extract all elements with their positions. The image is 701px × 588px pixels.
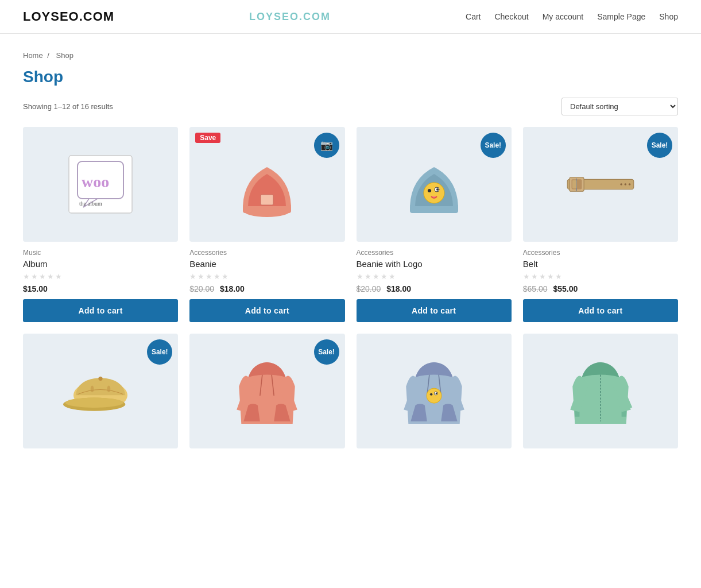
svg-rect-7 xyxy=(261,195,273,205)
product-category: Accessories xyxy=(357,249,512,257)
site-header: LOYSEO.COM LOYSEO.COM Cart Checkout My a… xyxy=(0,0,701,34)
product-card xyxy=(357,334,512,455)
product-name: Belt xyxy=(523,259,678,269)
page-title: Shop xyxy=(23,68,678,86)
add-to-cart-button[interactable]: Add to cart xyxy=(23,299,178,322)
nav-checkout[interactable]: Checkout xyxy=(494,12,528,21)
svg-point-34 xyxy=(435,393,437,394)
product-image-hoodie-pink: Sale! xyxy=(189,334,344,448)
product-category: Accessories xyxy=(523,249,678,257)
main-content: Home / Shop Shop Showing 1–12 of 16 resu… xyxy=(0,34,701,473)
svg-point-24 xyxy=(99,377,103,381)
nav-shop[interactable]: Shop xyxy=(659,12,678,21)
product-price: $65.00 $55.00 xyxy=(523,284,678,293)
svg-rect-20 xyxy=(572,180,576,188)
product-card: Sale! xyxy=(23,334,178,455)
add-to-cart-button[interactable]: Add to cart xyxy=(523,299,678,322)
breadcrumb-current: Shop xyxy=(56,51,73,60)
svg-point-31 xyxy=(427,388,441,403)
product-image-belt: Sale! xyxy=(523,127,678,242)
site-logo: LOYSEO.COM xyxy=(23,9,114,24)
product-card: woo the album Music Album ★ ★ ★ ★ ★ $15.… xyxy=(23,127,178,322)
star-1: ★ xyxy=(23,272,30,281)
svg-point-25 xyxy=(91,386,94,393)
svg-point-15 xyxy=(624,183,626,185)
camera-badge: 📷 xyxy=(314,133,339,158)
breadcrumb-separator: / xyxy=(47,51,49,60)
product-price: $20.00 $18.00 xyxy=(189,284,344,293)
svg-text:woo: woo xyxy=(82,173,109,191)
product-name: Album xyxy=(23,259,178,269)
main-nav: Cart Checkout My account Sample Page Sho… xyxy=(466,12,678,21)
product-image-hoodie-blue xyxy=(357,334,512,448)
product-name: Beanie xyxy=(189,259,344,269)
results-count: Showing 1–12 of 16 results xyxy=(23,102,113,111)
product-rating: ★ ★ ★ ★ ★ xyxy=(23,272,178,281)
star-5: ★ xyxy=(55,272,62,281)
product-card: Sale! xyxy=(189,334,344,455)
svg-point-16 xyxy=(629,183,631,185)
star-4: ★ xyxy=(47,272,54,281)
svg-point-26 xyxy=(107,386,111,393)
product-category: Accessories xyxy=(189,249,344,257)
sort-select[interactable]: Default sorting Sort by popularity Sort … xyxy=(561,98,678,115)
product-rating: ★★★★★ xyxy=(357,272,512,281)
sale-badge: Sale! xyxy=(314,339,339,365)
sale-badge: Sale! xyxy=(481,133,506,158)
svg-text:the   album: the album xyxy=(79,200,102,207)
product-image-beanie: Save 📷 xyxy=(189,127,344,242)
product-image-beanie-logo: Sale! xyxy=(357,127,512,242)
product-grid: woo the album Music Album ★ ★ ★ ★ ★ $15.… xyxy=(23,127,678,455)
product-card: Sale! Accessories Be xyxy=(523,127,678,322)
product-price: $20.00 $18.00 xyxy=(357,284,512,293)
breadcrumb: Home / Shop xyxy=(23,51,678,60)
product-rating: ★★★★★ xyxy=(189,272,344,281)
breadcrumb-home[interactable]: Home xyxy=(23,51,43,60)
star-2: ★ xyxy=(31,272,38,281)
nav-myaccount[interactable]: My account xyxy=(543,12,584,21)
svg-point-14 xyxy=(620,183,622,185)
product-image-hoodie-green xyxy=(523,334,678,448)
product-rating: ★★★★★ xyxy=(523,272,678,281)
product-name: Beanie with Logo xyxy=(357,259,512,269)
site-center-logo: LOYSEO.COM xyxy=(249,11,331,23)
svg-point-12 xyxy=(436,188,439,191)
product-image-cap: Sale! xyxy=(23,334,178,448)
product-card: Sale! Accessories Be xyxy=(357,127,512,322)
add-to-cart-button[interactable]: Add to cart xyxy=(189,299,344,322)
svg-point-9 xyxy=(424,183,444,203)
add-to-cart-button[interactable]: Add to cart xyxy=(357,299,512,322)
product-category: Music xyxy=(23,249,178,257)
nav-sample-page[interactable]: Sample Page xyxy=(597,12,645,21)
shop-toolbar: Showing 1–12 of 16 results Default sorti… xyxy=(23,98,678,115)
product-image-album: woo the album xyxy=(23,127,178,242)
save-badge: Save xyxy=(195,133,220,143)
sale-badge: Sale! xyxy=(647,133,672,158)
product-price: $15.00 xyxy=(23,284,178,293)
product-card xyxy=(523,334,678,455)
svg-point-23 xyxy=(65,398,123,408)
nav-cart[interactable]: Cart xyxy=(466,12,481,21)
sale-badge: Sale! xyxy=(147,339,172,365)
star-3: ★ xyxy=(39,272,46,281)
product-card: Save 📷 Accessories Beanie ★★★★★ $20.00 xyxy=(189,127,344,322)
